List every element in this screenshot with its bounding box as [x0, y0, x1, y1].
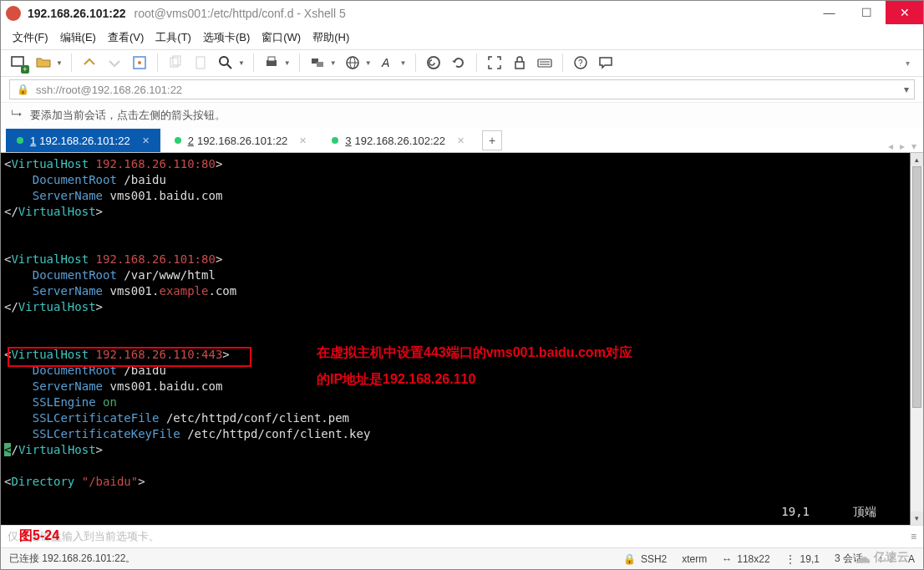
tab-nav: ◂ ▸ ▾ [888, 140, 923, 152]
find-dropdown-icon[interactable]: ▼ [238, 59, 245, 67]
hint-bar: ⮡ 要添加当前会话，点击左侧的箭头按钮。 [1, 102, 923, 128]
tab-number: 2 [188, 135, 194, 147]
svg-point-6 [220, 57, 228, 65]
app-icon [6, 6, 21, 21]
print-icon[interactable] [262, 53, 281, 72]
menu-tool[interactable]: 工具(T) [155, 30, 191, 45]
svg-rect-11 [317, 62, 323, 67]
script-icon[interactable] [424, 53, 443, 72]
menu-window[interactable]: 窗口(W) [261, 30, 301, 45]
tab-close-icon[interactable]: ✕ [142, 135, 150, 146]
transfer-dropdown-icon[interactable]: ▼ [330, 59, 337, 67]
hint-arrow-icon: ⮡ [11, 109, 22, 121]
tab-next-icon[interactable]: ▸ [900, 140, 905, 152]
scroll-down-icon[interactable]: ▾ [911, 511, 923, 525]
menu-edit[interactable]: 编辑(E) [60, 30, 96, 45]
minimize-button[interactable]: — [810, 1, 848, 24]
fullscreen-icon[interactable] [485, 53, 504, 72]
refresh-icon[interactable] [449, 53, 468, 72]
address-url[interactable]: ssh://root@192.168.26.101:22 [36, 84, 899, 96]
tab-number: 3 [345, 135, 351, 147]
watermark: ☁ 亿速云 [855, 548, 909, 567]
terminal-cursor-pos: 19,1 [781, 504, 810, 520]
tab-label: 192.168.26.102:22 [355, 135, 445, 147]
figure-label: 图5-24 [19, 527, 59, 545]
help-icon[interactable]: ? [571, 53, 590, 72]
compose-bar[interactable]: 图5-24 仅发送键盘输入到当前选项卡。 ≡ [1, 525, 923, 548]
maximize-button[interactable]: ☐ [848, 1, 886, 24]
status-dot-icon [175, 137, 181, 144]
keyboard-icon[interactable] [536, 53, 554, 72]
title-ip: 192.168.26.101:22 [28, 7, 126, 20]
svg-rect-18 [538, 59, 551, 67]
tab-label: 192.168.26.101:22 [197, 135, 287, 147]
tab-prev-icon[interactable]: ◂ [888, 140, 893, 152]
encoding-dropdown-icon[interactable]: ▼ [365, 59, 372, 67]
menu-view[interactable]: 查看(V) [108, 30, 144, 45]
svg-rect-5 [196, 57, 205, 69]
title-path: root@vms001:/etc/httpd/conf.d - Xshell 5 [135, 7, 346, 20]
scroll-thumb[interactable] [912, 166, 921, 408]
terminal-scrollbar[interactable]: ▴ ▾ [910, 153, 923, 525]
terminal-area: <VirtualHost 192.168.26.110:80> Document… [1, 153, 923, 525]
transfer-icon[interactable] [308, 53, 327, 72]
svg-text:A: A [381, 56, 389, 69]
font-dropdown-icon[interactable]: ▼ [400, 59, 407, 67]
disconnect-icon[interactable] [105, 53, 124, 72]
svg-point-2 [138, 61, 141, 64]
status-bar: 已连接 192.168.26.101:22。 🔒SSH2 xterm ↔118x… [1, 547, 923, 569]
add-tab-button[interactable]: + [482, 130, 502, 150]
hint-text: 要添加当前会话，点击左侧的箭头按钮。 [30, 109, 226, 121]
svg-text:?: ? [578, 59, 583, 68]
session-tabs: 1 192.168.26.101:22 ✕ 2 192.168.26.101:2… [1, 128, 923, 153]
close-button[interactable]: ✕ [886, 1, 923, 24]
svg-line-7 [227, 64, 231, 69]
compose-menu-icon[interactable]: ≡ [911, 531, 916, 542]
print-dropdown-icon[interactable]: ▼ [284, 59, 291, 67]
tab-1[interactable]: 1 192.168.26.101:22 ✕ [6, 129, 160, 152]
toolbar: + ▼ ▼ ▼ ▼ ▼ A ▼ ? ▾ [1, 49, 923, 78]
tab-close-icon[interactable]: ✕ [299, 135, 307, 146]
annotation-text: 在虚拟主机中设置443端口的vms001.baidu.com对应的IP地址是19… [317, 339, 632, 393]
menu-file[interactable]: 文件(F) [13, 30, 48, 45]
tab-3[interactable]: 3 192.168.26.102:22 ✕ [321, 129, 475, 152]
open-dropdown-icon[interactable]: ▼ [56, 59, 63, 67]
menu-help[interactable]: 帮助(H) [312, 30, 349, 45]
status-term: xterm [682, 553, 707, 565]
status-dot-icon [17, 137, 23, 144]
menu-tab[interactable]: 选项卡(B) [203, 30, 250, 45]
terminal[interactable]: <VirtualHost 192.168.26.110:80> Document… [1, 153, 910, 525]
cloud-icon: ☁ [855, 548, 871, 567]
find-icon[interactable] [216, 53, 235, 72]
svg-rect-17 [515, 62, 524, 69]
new-session-icon[interactable]: + [9, 53, 28, 72]
properties-icon[interactable] [130, 53, 149, 72]
lock-small-icon: 🔒 [10, 84, 36, 95]
status-proto: 🔒SSH2 [623, 553, 667, 565]
tab-label: 192.168.26.101:22 [39, 135, 129, 147]
copy-icon[interactable] [166, 53, 185, 72]
tab-number: 1 [30, 135, 36, 147]
tab-close-icon[interactable]: ✕ [457, 135, 465, 146]
status-dot-icon [332, 137, 338, 144]
address-dropdown-icon[interactable]: ▾ [899, 84, 914, 95]
address-bar[interactable]: 🔒 ssh://root@192.168.26.101:22 ▾ [9, 79, 915, 99]
tab-menu-icon[interactable]: ▾ [911, 140, 916, 152]
paste-icon[interactable] [191, 53, 210, 72]
title-bar: 192.168.26.101:22 root@vms001:/etc/httpd… [1, 1, 923, 26]
menu-bar: 文件(F) 编辑(E) 查看(V) 工具(T) 选项卡(B) 窗口(W) 帮助(… [1, 26, 923, 49]
encoding-icon[interactable] [343, 53, 362, 72]
toolbar-overflow-icon[interactable]: ▾ [906, 59, 915, 68]
lock-icon[interactable] [510, 53, 529, 72]
status-connected: 已连接 192.168.26.101:22。 [9, 552, 135, 566]
status-size: ↔118x22 [722, 553, 769, 565]
status-cap-icon: A [908, 553, 915, 565]
svg-rect-9 [268, 57, 275, 61]
app-window: 192.168.26.101:22 root@vms001:/etc/httpd… [0, 0, 924, 570]
feedback-icon[interactable] [597, 53, 615, 72]
scroll-up-icon[interactable]: ▴ [911, 153, 923, 166]
tab-2[interactable]: 2 192.168.26.101:22 ✕ [164, 129, 318, 152]
reconnect-icon[interactable] [80, 53, 99, 72]
open-icon[interactable] [34, 53, 53, 72]
font-icon[interactable]: A [378, 53, 397, 72]
